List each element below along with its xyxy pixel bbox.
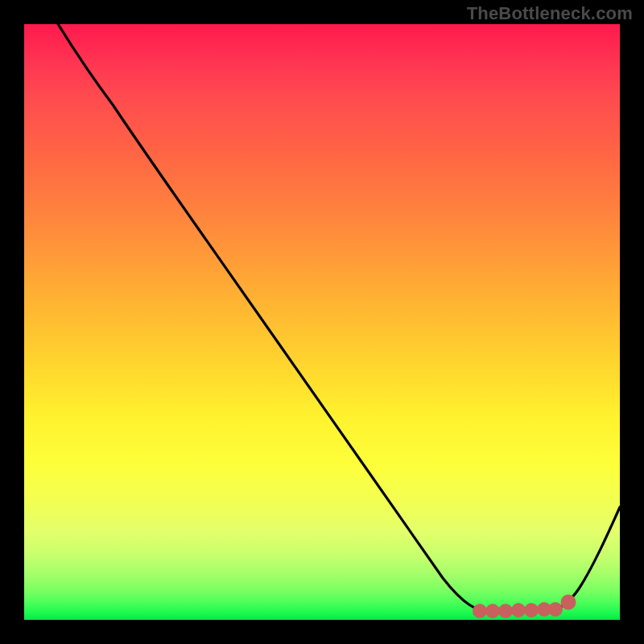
- svg-point-2: [489, 607, 497, 615]
- svg-point-8: [564, 598, 573, 607]
- svg-point-1: [476, 607, 484, 615]
- svg-point-3: [502, 607, 510, 615]
- svg-point-4: [514, 606, 522, 614]
- watermark-text: TheBottleneck.com: [467, 3, 633, 24]
- optimal-range-marker: [476, 598, 573, 616]
- svg-point-5: [527, 606, 535, 614]
- plot-area: [24, 24, 620, 620]
- chart-frame: TheBottleneck.com: [0, 0, 644, 644]
- svg-point-7: [551, 605, 559, 613]
- svg-point-6: [540, 605, 548, 613]
- bottleneck-curve: [24, 24, 620, 620]
- curve-path: [48, 24, 620, 612]
